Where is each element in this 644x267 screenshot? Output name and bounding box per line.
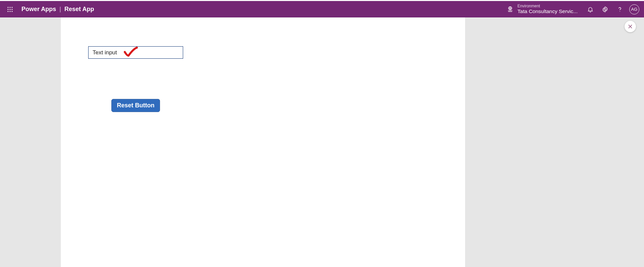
svg-point-5 — [11, 9, 12, 10]
settings-icon[interactable] — [598, 2, 612, 17]
brand-title[interactable]: Power Apps — [21, 6, 56, 13]
svg-point-11 — [620, 11, 620, 12]
svg-point-0 — [7, 7, 8, 8]
workspace: Reset Button — [0, 17, 644, 267]
environment-label: Environment — [518, 4, 578, 9]
svg-point-6 — [7, 11, 8, 12]
svg-point-3 — [7, 9, 8, 10]
app-name[interactable]: Reset App — [64, 6, 94, 13]
svg-point-1 — [9, 7, 10, 8]
environment-icon — [507, 6, 514, 12]
svg-point-7 — [9, 11, 10, 12]
svg-point-8 — [11, 11, 12, 12]
text-input[interactable] — [88, 46, 183, 59]
notifications-icon[interactable] — [583, 2, 598, 17]
environment-selector[interactable]: Environment Tata Consultancy Servic... — [507, 4, 578, 15]
svg-point-10 — [604, 8, 606, 10]
top-bar: Power Apps | Reset App Environment Tata … — [0, 1, 644, 17]
text-input-container — [88, 46, 183, 59]
environment-name: Tata Consultancy Servic... — [518, 8, 578, 14]
app-canvas: Reset Button — [61, 17, 465, 267]
brand-divider: | — [59, 6, 61, 13]
avatar-initials: AG — [631, 7, 638, 12]
help-icon[interactable] — [612, 2, 627, 17]
close-button[interactable] — [625, 21, 636, 32]
app-launcher-icon[interactable] — [5, 4, 15, 15]
svg-point-4 — [9, 9, 10, 10]
svg-point-2 — [11, 7, 12, 8]
user-avatar[interactable]: AG — [629, 4, 639, 14]
reset-button[interactable]: Reset Button — [111, 99, 160, 112]
